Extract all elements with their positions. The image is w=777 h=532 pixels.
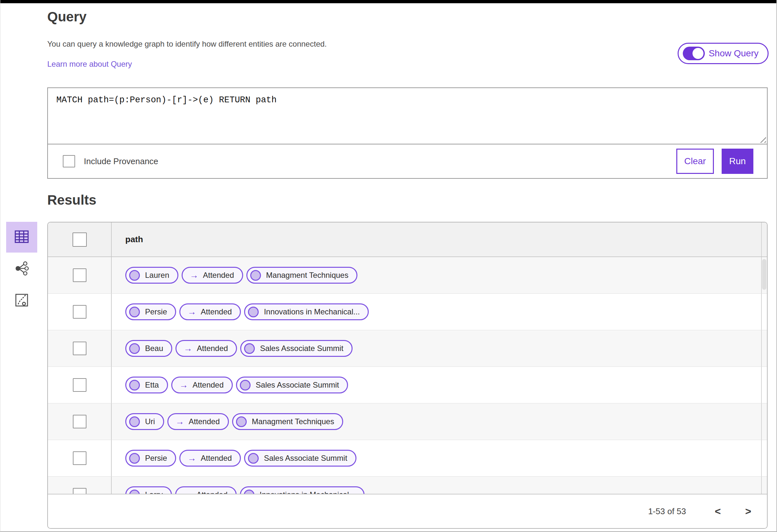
entity-pill-source[interactable]: Etta bbox=[125, 377, 168, 394]
entity-node-icon bbox=[129, 453, 140, 464]
row-checkbox[interactable] bbox=[73, 488, 87, 494]
table-row: Persie → Attended Sales Associate Summit bbox=[48, 440, 767, 476]
entity-pill-target[interactable]: Innovations in Mechanical... bbox=[240, 486, 364, 494]
arrow-right-icon: → bbox=[176, 417, 184, 426]
relation-pill[interactable]: → Attended bbox=[179, 303, 241, 320]
table-row: Uri → Attended Managment Techniques bbox=[48, 404, 767, 440]
select-all-checkbox[interactable] bbox=[73, 232, 87, 247]
entity-pill-source[interactable]: Beau bbox=[125, 340, 172, 357]
row-select-cell bbox=[48, 330, 112, 366]
entity-pill-source[interactable]: Persie bbox=[125, 303, 176, 320]
entity-pill-source[interactable]: Larry bbox=[125, 486, 172, 494]
entity-pill-target[interactable]: Managment Techniques bbox=[232, 413, 343, 430]
row-select-cell bbox=[48, 404, 112, 440]
entity-node-icon bbox=[240, 380, 250, 391]
source-entity-label: Etta bbox=[145, 381, 159, 390]
page-title: Query bbox=[47, 9, 87, 25]
results-title: Results bbox=[47, 192, 97, 208]
table-row: Beau → Attended Sales Associate Summit bbox=[48, 330, 767, 367]
target-entity-label: Sales Associate Summit bbox=[260, 344, 343, 353]
target-entity-label: Innovations in Mechanical... bbox=[260, 490, 355, 494]
entity-node-icon bbox=[129, 490, 140, 494]
relation-label: Attended bbox=[197, 490, 228, 494]
previous-page-button[interactable]: < bbox=[711, 506, 724, 517]
learn-more-link[interactable]: Learn more about Query bbox=[47, 60, 132, 69]
clear-button[interactable]: Clear bbox=[676, 148, 714, 174]
table-row: Lauren → Attended Managment Techniques bbox=[48, 257, 767, 294]
entity-node-icon bbox=[129, 416, 140, 427]
scrollbar-gutter bbox=[761, 294, 767, 330]
run-button[interactable]: Run bbox=[722, 148, 753, 174]
toggle-switch-icon[interactable] bbox=[683, 46, 705, 60]
include-provenance-checkbox[interactable] bbox=[63, 155, 75, 168]
entity-node-icon bbox=[129, 343, 140, 354]
next-page-button[interactable]: > bbox=[742, 506, 755, 517]
source-entity-label: Persie bbox=[145, 307, 167, 316]
window-top-bar bbox=[0, 0, 776, 3]
entity-pill-source[interactable]: Persie bbox=[125, 450, 176, 466]
scrollbar-gutter bbox=[761, 367, 767, 403]
row-checkbox[interactable] bbox=[73, 305, 87, 319]
source-entity-label: Persie bbox=[145, 454, 167, 463]
table-row: Etta → Attended Sales Associate Summit bbox=[48, 367, 767, 404]
page-description: You can query a knowledge graph to ident… bbox=[47, 39, 327, 48]
row-checkbox[interactable] bbox=[73, 342, 87, 355]
vertical-scrollbar-thumb[interactable] bbox=[762, 259, 766, 290]
target-entity-label: Managment Techniques bbox=[252, 417, 334, 426]
view-mode-graph[interactable] bbox=[14, 261, 29, 277]
entity-node-icon bbox=[129, 307, 140, 317]
query-code-area: MATCH path=(p:Person)-[r]->(e) RETURN pa… bbox=[48, 88, 767, 144]
entity-pill-source[interactable]: Uri bbox=[125, 413, 164, 430]
path-cell: Persie → Attended Sales Associate Summit bbox=[112, 440, 761, 476]
source-entity-label: Lauren bbox=[145, 271, 169, 280]
source-entity-label: Uri bbox=[145, 417, 155, 426]
scrollbar-gutter bbox=[761, 440, 767, 476]
entity-pill-source[interactable]: Lauren bbox=[125, 267, 179, 284]
entity-node-icon bbox=[244, 490, 254, 494]
path-cell: Larry → Attended Innovations in Mechanic… bbox=[112, 476, 761, 494]
results-view-switcher bbox=[6, 222, 37, 308]
show-query-toggle[interactable]: Show Query bbox=[678, 43, 769, 64]
relation-pill[interactable]: → Attended bbox=[179, 450, 241, 466]
path-cell: Etta → Attended Sales Associate Summit bbox=[112, 367, 761, 403]
entity-pill-target[interactable]: Sales Associate Summit bbox=[236, 377, 348, 394]
table-row: Persie → Attended Innovations in Mechani… bbox=[48, 294, 767, 330]
arrow-right-icon: → bbox=[188, 308, 196, 316]
view-mode-chart[interactable] bbox=[15, 293, 28, 308]
entity-pill-target[interactable]: Sales Associate Summit bbox=[244, 450, 356, 466]
row-checkbox[interactable] bbox=[73, 378, 87, 392]
entity-node-icon bbox=[248, 453, 259, 464]
relation-label: Attended bbox=[203, 271, 234, 280]
arrow-right-icon: → bbox=[184, 344, 192, 353]
relation-pill[interactable]: → Attended bbox=[175, 486, 237, 494]
path-header-cell: path bbox=[112, 222, 761, 256]
relation-pill[interactable]: → Attended bbox=[176, 340, 237, 357]
relation-label: Attended bbox=[189, 417, 220, 426]
path-cell: Beau → Attended Sales Associate Summit bbox=[112, 330, 761, 366]
relation-pill[interactable]: → Attended bbox=[182, 267, 243, 284]
entity-node-icon bbox=[248, 307, 259, 317]
query-editor-panel: MATCH path=(p:Person)-[r]->(e) RETURN pa… bbox=[47, 87, 768, 179]
target-entity-label: Sales Associate Summit bbox=[264, 454, 347, 463]
path-cell: Persie → Attended Innovations in Mechani… bbox=[112, 294, 761, 330]
entity-pill-target[interactable]: Innovations in Mechanical... bbox=[244, 303, 369, 320]
row-checkbox[interactable] bbox=[73, 269, 87, 282]
row-checkbox[interactable] bbox=[73, 415, 87, 428]
query-input[interactable]: MATCH path=(p:Person)-[r]->(e) RETURN pa… bbox=[48, 88, 767, 144]
relation-label: Attended bbox=[201, 307, 232, 316]
row-checkbox[interactable] bbox=[73, 451, 87, 465]
scrollbar-gutter bbox=[761, 330, 767, 366]
arrow-right-icon: → bbox=[183, 491, 192, 494]
relation-label: Attended bbox=[197, 344, 228, 353]
relation-pill[interactable]: → Attended bbox=[171, 377, 233, 394]
entity-pill-target[interactable]: Sales Associate Summit bbox=[240, 340, 352, 357]
target-entity-label: Managment Techniques bbox=[266, 271, 348, 280]
show-query-label: Show Query bbox=[709, 48, 759, 59]
entity-pill-target[interactable]: Managment Techniques bbox=[246, 267, 357, 284]
path-cell: Uri → Attended Managment Techniques bbox=[112, 404, 761, 440]
entity-node-icon bbox=[129, 270, 140, 281]
entity-node-icon bbox=[250, 270, 261, 281]
relation-pill[interactable]: → Attended bbox=[168, 413, 229, 430]
table-row: Larry → Attended Innovations in Mechanic… bbox=[48, 476, 767, 494]
view-mode-table[interactable] bbox=[6, 222, 37, 252]
